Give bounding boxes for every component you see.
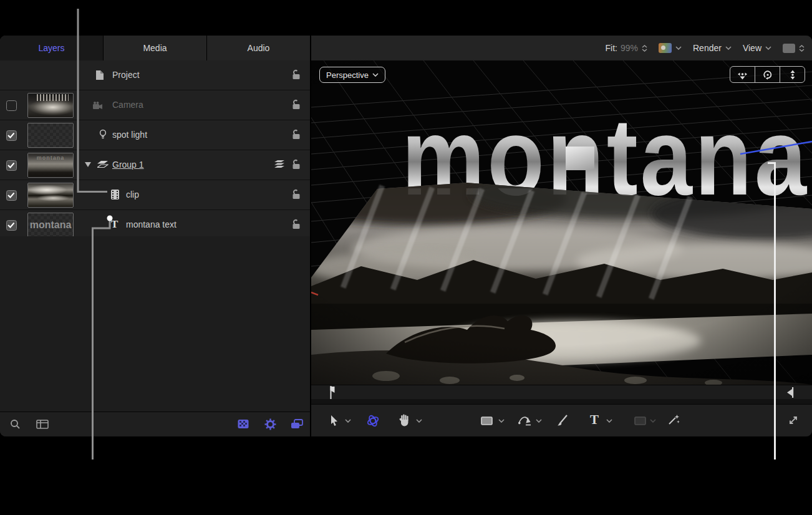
camera-thumbnail[interactable]: [27, 93, 74, 118]
layer-row-montana-text[interactable]: montana T montana text: [0, 210, 310, 240]
chevron-down-dim-icon[interactable]: [650, 419, 656, 423]
pan-camera-button[interactable]: [730, 67, 755, 82]
lock-open-icon[interactable]: [291, 129, 301, 140]
group-1-thumbnail[interactable]: montana: [27, 153, 74, 178]
layer-row-project[interactable]: Project: [0, 60, 310, 90]
adjust-wand-tool-icon[interactable]: [668, 414, 680, 426]
orbit-camera-icon: [763, 70, 773, 80]
mini-timeline[interactable]: [311, 385, 812, 400]
tab-media-label: Media: [143, 43, 167, 53]
film-clip-icon: [110, 189, 120, 200]
group-1-activate-checkbox[interactable]: [6, 160, 17, 171]
canvas-viewport[interactable]: montana: [311, 60, 812, 385]
spot-light-activate-checkbox[interactable]: [6, 130, 17, 141]
hand-tool-icon[interactable]: [399, 414, 410, 426]
lock-open-icon[interactable]: [291, 99, 301, 110]
montana-text-activate-checkbox[interactable]: [6, 220, 17, 231]
clip-thumbnail[interactable]: [27, 183, 74, 208]
chevron-down-icon: [765, 46, 771, 50]
layer-name: clip: [126, 190, 139, 200]
lock-open-icon[interactable]: [291, 189, 301, 200]
orbit-3d-tool-icon[interactable]: [366, 414, 380, 428]
dolly-camera-icon: [788, 70, 797, 80]
layout-square-icon: [783, 44, 795, 53]
layers-panel-footer: [0, 412, 310, 436]
bezier-pen-tool-icon[interactable]: [518, 414, 532, 426]
lock-open-icon[interactable]: [291, 219, 301, 229]
chevron-down-icon: [372, 73, 379, 77]
paint-brush-tool-icon[interactable]: [557, 414, 568, 426]
layer-row-spot-light[interactable]: spot light: [0, 120, 310, 150]
search-icon[interactable]: [10, 419, 21, 430]
lock-open-icon[interactable]: [291, 159, 301, 170]
mask-rect-tool-icon[interactable]: [634, 416, 646, 425]
viewer-panel: Fit: 99% Render View: [311, 36, 812, 436]
spot-light-thumbnail[interactable]: [27, 123, 74, 148]
panel-layout-icon[interactable]: [36, 420, 49, 430]
view-menu[interactable]: View: [743, 43, 771, 53]
layer-name: montana text: [126, 219, 176, 229]
canvas-toolbar: T: [311, 404, 812, 436]
layers-list-empty-area: [0, 236, 310, 412]
chevron-down-icon[interactable]: [345, 419, 351, 423]
chevron-down-icon: [725, 46, 732, 50]
tab-audio[interactable]: Audio: [207, 36, 310, 60]
color-swatch: [659, 43, 672, 53]
chevron-down-icon[interactable]: [416, 419, 422, 423]
chevron-down-icon[interactable]: [536, 419, 542, 423]
camera-icon: [92, 101, 103, 110]
lock-open-icon[interactable]: [291, 69, 301, 80]
checkerboard-icon[interactable]: [238, 419, 249, 430]
camera-view-menu[interactable]: Perspective: [319, 67, 385, 83]
disclosure-triangle-icon[interactable]: [85, 162, 91, 167]
tab-media[interactable]: Media: [104, 36, 207, 60]
layer-row-group-1[interactable]: montana Group 1: [0, 150, 310, 180]
tab-layers-label: Layers: [38, 43, 64, 53]
landscape-clip-image: [311, 60, 812, 385]
layer-name: spot light: [112, 130, 147, 140]
clip-activate-checkbox[interactable]: [6, 190, 17, 201]
camera-activate-checkbox[interactable]: [6, 100, 17, 111]
gear-icon[interactable]: [264, 418, 276, 430]
screenshot-root: { "app": { "tabs": { "layers": "Layers",…: [0, 0, 812, 515]
layer-name: Camera: [112, 100, 143, 110]
zoom-stepper[interactable]: [642, 45, 647, 52]
shape-rect-tool-icon[interactable]: [481, 416, 493, 425]
layer-name: Project: [112, 70, 140, 80]
dolly-camera-button[interactable]: [780, 67, 805, 82]
view-label: View: [743, 43, 761, 53]
pan-camera-icon: [737, 70, 748, 80]
play-range-start-marker[interactable]: [327, 386, 335, 400]
orbit-camera-button[interactable]: [755, 67, 780, 82]
fit-label: Fit:: [606, 43, 617, 53]
select-arrow-icon[interactable]: [330, 415, 339, 426]
montana-thumb-text: montana: [30, 219, 72, 231]
tab-audio-label: Audio: [248, 43, 270, 53]
layout-stepper: [799, 45, 805, 52]
light-bulb-icon: [98, 129, 108, 140]
layers-panel: Layers Media Audio Project: [0, 36, 310, 436]
chevron-down-icon[interactable]: [498, 419, 505, 423]
window-layout-control[interactable]: [783, 44, 805, 53]
layered-windows-icon[interactable]: [291, 419, 303, 430]
tab-layers[interactable]: Layers: [0, 36, 104, 60]
channel-swatch-menu[interactable]: [659, 43, 682, 53]
camera-control-group: [730, 66, 805, 83]
document-icon: [95, 70, 105, 80]
resize-diagonal-icon[interactable]: [788, 415, 799, 426]
camera-view-label: Perspective: [326, 70, 369, 80]
montana-text-thumbnail[interactable]: montana: [27, 213, 74, 238]
layer-stack-icon: [274, 160, 286, 169]
chevron-down-icon[interactable]: [606, 419, 612, 423]
layer-name: Group 1: [112, 160, 144, 170]
fit-zoom-control[interactable]: Fit: 99%: [606, 43, 647, 53]
text-tool-icon[interactable]: T: [590, 413, 599, 426]
group-layers-icon: [97, 161, 109, 169]
play-range-end-marker[interactable]: [786, 387, 794, 398]
group-thumb-text: montana: [28, 155, 73, 161]
render-menu[interactable]: Render: [693, 43, 732, 53]
mini-timeline-track[interactable]: [311, 399, 812, 404]
layer-row-camera[interactable]: Camera: [0, 90, 310, 120]
viewer-toolbar: Fit: 99% Render View: [311, 36, 812, 61]
layer-row-clip[interactable]: clip: [0, 180, 310, 210]
